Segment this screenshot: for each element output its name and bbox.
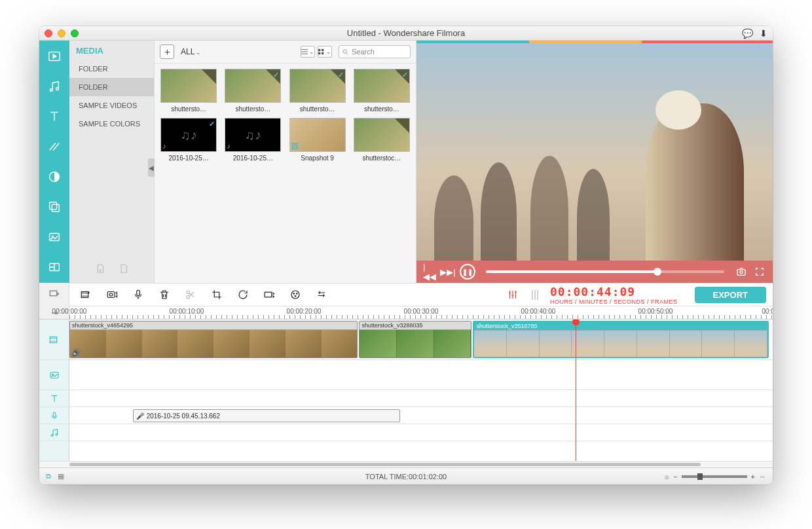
rotate-icon[interactable] bbox=[236, 287, 250, 302]
music-track-label[interactable] bbox=[39, 424, 69, 441]
pip-track[interactable] bbox=[69, 360, 773, 390]
folder-item[interactable]: SAMPLE COLORS bbox=[69, 115, 154, 133]
list-view-button[interactable]: ⌄ bbox=[301, 46, 315, 58]
media-thumbnail[interactable]: shutterstoc… bbox=[353, 118, 411, 162]
minimize-window-button[interactable] bbox=[58, 29, 65, 37]
svg-rect-17 bbox=[81, 292, 88, 298]
music-track[interactable] bbox=[69, 424, 773, 441]
transitions-tab-icon[interactable] bbox=[45, 137, 64, 156]
collapse-sidebar-handle[interactable]: ◀ bbox=[148, 158, 155, 177]
zoom-slider[interactable] bbox=[682, 475, 747, 478]
close-window-button[interactable] bbox=[45, 29, 52, 37]
toggle-view-icon[interactable]: ⧉ bbox=[46, 472, 51, 481]
crop-icon[interactable] bbox=[210, 287, 224, 302]
media-thumbnail[interactable]: 🖼Snapshot 9 bbox=[289, 118, 346, 162]
svg-point-27 bbox=[295, 296, 296, 297]
preview-viewport[interactable] bbox=[416, 43, 773, 261]
thumbnail-label: Snapshot 9 bbox=[301, 155, 334, 162]
playback-controls: |◀◀ ▶▶| ❚❚ bbox=[416, 261, 773, 283]
search-input[interactable]: Search bbox=[339, 45, 411, 58]
text-tab-icon[interactable] bbox=[45, 107, 64, 126]
elements-tab-icon[interactable] bbox=[45, 228, 64, 246]
timeline: ⇥ 00:00:00:0000:00:10:0000:00:20:0000:00… bbox=[39, 306, 773, 467]
add-media-to-timeline-icon[interactable] bbox=[79, 287, 93, 302]
media-thumbnail[interactable]: shuttersto… bbox=[160, 69, 217, 113]
zoom-in-button[interactable]: + bbox=[751, 473, 755, 481]
video-clip[interactable]: shutterstock_v3288035 bbox=[359, 321, 471, 358]
zoom-fit-icon[interactable]: ⌾ bbox=[665, 473, 669, 481]
svg-rect-16 bbox=[50, 291, 57, 296]
app-window: Untitled - Wondershare Filmora 💬 ⬇ MEDIA… bbox=[39, 26, 773, 484]
time-ruler[interactable]: 00:00:00:0000:00:10:0000:00:20:0000:00:3… bbox=[69, 306, 773, 319]
skip-back-button[interactable]: |◀◀ bbox=[423, 265, 436, 278]
svg-point-15 bbox=[740, 271, 743, 274]
filter-dropdown[interactable]: ALL⌄ bbox=[181, 47, 201, 56]
media-thumbnail[interactable]: ✓shuttersto… bbox=[224, 69, 282, 113]
zoom-out-button[interactable]: − bbox=[673, 473, 677, 481]
svg-point-25 bbox=[293, 293, 295, 295]
delete-folder-icon[interactable] bbox=[118, 263, 130, 278]
audio-waveform-icon[interactable]: ||| bbox=[528, 287, 542, 302]
video-track[interactable]: shutterstock_v4654295🔊shutterstock_v3288… bbox=[69, 319, 773, 360]
delete-icon[interactable] bbox=[157, 287, 172, 302]
snapshot-button[interactable] bbox=[735, 265, 748, 278]
pause-button[interactable]: ❚❚ bbox=[460, 264, 475, 280]
download-icon[interactable]: ⬇ bbox=[760, 28, 767, 39]
audio-mixer-icon[interactable] bbox=[506, 287, 520, 302]
filters-tab-icon[interactable] bbox=[45, 168, 64, 186]
svg-point-24 bbox=[291, 291, 299, 299]
voiceover-track-label[interactable] bbox=[39, 407, 69, 424]
split-screen-tab-icon[interactable] bbox=[45, 258, 64, 276]
playhead[interactable] bbox=[576, 319, 576, 461]
folder-item[interactable]: FOLDER bbox=[69, 78, 154, 96]
svg-rect-18 bbox=[107, 292, 115, 298]
timeline-scrollbar[interactable] bbox=[39, 461, 773, 467]
new-folder-icon[interactable] bbox=[94, 263, 106, 278]
video-clip[interactable]: shutterstock_v4654295🔊 bbox=[69, 321, 358, 358]
media-browser: ◀ ＋ ALL⌄ ⌄ ⌄ Search shuttersto…✓shu bbox=[155, 41, 416, 283]
media-thumbnail[interactable]: ✓shuttersto… bbox=[353, 69, 411, 113]
media-thumbnail[interactable]: ♫♪♪2016-10-25… bbox=[224, 118, 282, 162]
tracks-area[interactable]: shutterstock_v4654295🔊shutterstock_v3288… bbox=[69, 319, 773, 461]
thumbnails-toggle-icon[interactable]: ▦ bbox=[58, 472, 64, 481]
ruler-tick-label: 00:00:40:00 bbox=[521, 308, 556, 315]
media-tab-icon[interactable] bbox=[45, 47, 64, 65]
adjust-icon[interactable] bbox=[314, 287, 329, 302]
pip-track-label[interactable] bbox=[39, 360, 69, 390]
comment-icon[interactable]: 💬 bbox=[742, 28, 753, 39]
overlays-tab-icon[interactable] bbox=[45, 198, 64, 216]
progress-slider[interactable] bbox=[486, 270, 724, 273]
media-thumbnail[interactable]: ♫♪♪✓2016-10-25… bbox=[160, 118, 217, 162]
music-tab-icon[interactable] bbox=[45, 77, 64, 96]
folder-item[interactable]: SAMPLE VIDEOS bbox=[69, 96, 154, 115]
text-track-label[interactable] bbox=[39, 390, 69, 407]
video-clip[interactable]: shutterstock_v3516785 bbox=[473, 321, 768, 358]
clip-name-label: shutterstock_v3288035 bbox=[360, 321, 471, 330]
folder-item[interactable]: FOLDER bbox=[69, 60, 154, 78]
audio-clip[interactable]: 🎤2016-10-25 09.45.13.662 bbox=[133, 409, 400, 422]
skip-forward-button[interactable]: ▶▶| bbox=[441, 265, 454, 278]
media-thumbnail[interactable]: ✓shuttersto… bbox=[289, 69, 346, 113]
ruler-tick-label: 00:00:50:00 bbox=[638, 308, 673, 315]
import-media-button[interactable]: ＋ bbox=[160, 45, 174, 59]
search-placeholder: Search bbox=[352, 48, 375, 56]
grid-view-button[interactable]: ⌄ bbox=[318, 46, 332, 58]
titlebar: Untitled - Wondershare Filmora 💬 ⬇ bbox=[39, 26, 773, 41]
record-voiceover-icon[interactable] bbox=[131, 287, 145, 302]
record-screen-icon[interactable] bbox=[105, 287, 119, 302]
fit-width-icon[interactable]: ↔ bbox=[759, 473, 766, 481]
thumbnail-grid: shuttersto…✓shuttersto…✓shuttersto…✓shut… bbox=[155, 64, 416, 167]
text-track[interactable] bbox=[69, 390, 773, 407]
voiceover-track[interactable]: 🎤2016-10-25 09.45.13.662 bbox=[69, 407, 773, 424]
video-track-label[interactable] bbox=[39, 319, 69, 360]
svg-point-19 bbox=[109, 293, 113, 297]
split-icon[interactable] bbox=[183, 287, 198, 302]
svg-point-32 bbox=[51, 434, 53, 436]
export-button[interactable]: EXPORT bbox=[695, 287, 766, 303]
color-icon[interactable] bbox=[288, 287, 303, 302]
add-track-icon[interactable] bbox=[48, 287, 60, 302]
fullscreen-button[interactable] bbox=[753, 265, 766, 278]
svg-point-2 bbox=[56, 88, 59, 90]
speed-icon[interactable] bbox=[262, 287, 276, 302]
zoom-window-button[interactable] bbox=[71, 29, 79, 37]
